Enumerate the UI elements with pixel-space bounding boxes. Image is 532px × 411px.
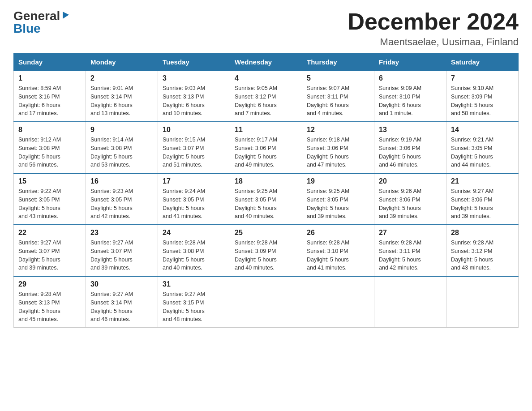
calendar-cell: 13Sunrise: 9:19 AMSunset: 3:06 PMDayligh… [374, 122, 446, 173]
calendar-cell: 16Sunrise: 9:23 AMSunset: 3:05 PMDayligh… [86, 173, 158, 225]
calendar-cell: 10Sunrise: 9:15 AMSunset: 3:07 PMDayligh… [158, 122, 230, 173]
day-info: Sunrise: 9:27 AMSunset: 3:06 PMDaylight:… [451, 187, 514, 221]
day-number: 21 [451, 177, 514, 185]
day-number: 30 [90, 280, 153, 288]
week-row-2: 8Sunrise: 9:12 AMSunset: 3:08 PMDaylight… [14, 122, 519, 173]
logo-arrow-icon [61, 10, 71, 20]
day-number: 8 [18, 126, 81, 134]
day-info: Sunrise: 9:22 AMSunset: 3:05 PMDaylight:… [18, 187, 81, 221]
day-number: 20 [379, 177, 442, 185]
day-info: Sunrise: 9:25 AMSunset: 3:05 PMDaylight:… [235, 187, 297, 221]
day-info: Sunrise: 9:25 AMSunset: 3:05 PMDaylight:… [307, 187, 369, 221]
calendar-cell: 29Sunrise: 9:28 AMSunset: 3:13 PMDayligh… [14, 276, 86, 328]
week-row-4: 22Sunrise: 9:27 AMSunset: 3:07 PMDayligh… [14, 225, 519, 276]
calendar-table: SundayMondayTuesdayWednesdayThursdayFrid… [13, 53, 519, 328]
calendar-cell: 7Sunrise: 9:10 AMSunset: 3:09 PMDaylight… [446, 71, 519, 122]
day-number: 17 [163, 177, 225, 185]
day-number: 13 [379, 126, 442, 134]
calendar-cell: 26Sunrise: 9:28 AMSunset: 3:10 PMDayligh… [302, 225, 374, 276]
day-info: Sunrise: 9:19 AMSunset: 3:06 PMDaylight:… [379, 136, 442, 169]
day-info: Sunrise: 9:14 AMSunset: 3:08 PMDaylight:… [90, 136, 153, 169]
day-info: Sunrise: 9:05 AMSunset: 3:12 PMDaylight:… [235, 84, 297, 118]
day-info: Sunrise: 9:28 AMSunset: 3:11 PMDaylight:… [379, 239, 442, 272]
logo-blue: Blue [13, 21, 41, 35]
week-row-3: 15Sunrise: 9:22 AMSunset: 3:05 PMDayligh… [14, 173, 519, 225]
calendar-cell [230, 276, 302, 328]
day-number: 16 [90, 177, 153, 185]
day-info: Sunrise: 8:59 AMSunset: 3:16 PMDaylight:… [18, 84, 81, 118]
location-subtitle: Maentsaelae, Uusimaa, Finland [348, 36, 519, 48]
header-row: SundayMondayTuesdayWednesdayThursdayFrid… [14, 54, 519, 71]
calendar-cell: 14Sunrise: 9:21 AMSunset: 3:05 PMDayligh… [446, 122, 519, 173]
week-row-5: 29Sunrise: 9:28 AMSunset: 3:13 PMDayligh… [14, 276, 519, 328]
calendar-cell: 1Sunrise: 8:59 AMSunset: 3:16 PMDaylight… [14, 71, 86, 122]
calendar-cell: 2Sunrise: 9:01 AMSunset: 3:14 PMDaylight… [86, 71, 158, 122]
day-number: 5 [307, 74, 369, 82]
calendar-cell: 28Sunrise: 9:28 AMSunset: 3:12 PMDayligh… [446, 225, 519, 276]
calendar-cell: 4Sunrise: 9:05 AMSunset: 3:12 PMDaylight… [230, 71, 302, 122]
day-number: 7 [451, 74, 514, 82]
day-number: 26 [307, 229, 369, 237]
day-number: 3 [163, 74, 225, 82]
day-info: Sunrise: 9:28 AMSunset: 3:13 PMDaylight:… [18, 290, 81, 324]
day-info: Sunrise: 9:26 AMSunset: 3:06 PMDaylight:… [379, 187, 442, 221]
calendar-cell: 20Sunrise: 9:26 AMSunset: 3:06 PMDayligh… [374, 173, 446, 225]
day-number: 12 [307, 126, 369, 134]
calendar-cell [302, 276, 374, 328]
day-info: Sunrise: 9:23 AMSunset: 3:05 PMDaylight:… [90, 187, 153, 221]
day-number: 1 [18, 74, 81, 82]
calendar-cell: 19Sunrise: 9:25 AMSunset: 3:05 PMDayligh… [302, 173, 374, 225]
calendar-cell: 9Sunrise: 9:14 AMSunset: 3:08 PMDaylight… [86, 122, 158, 173]
calendar-cell: 24Sunrise: 9:28 AMSunset: 3:08 PMDayligh… [158, 225, 230, 276]
day-number: 18 [235, 177, 297, 185]
month-title: December 2024 [348, 9, 519, 34]
calendar-cell: 23Sunrise: 9:27 AMSunset: 3:07 PMDayligh… [86, 225, 158, 276]
day-number: 9 [90, 126, 153, 134]
calendar-cell: 12Sunrise: 9:18 AMSunset: 3:06 PMDayligh… [302, 122, 374, 173]
col-header-friday: Friday [374, 54, 446, 71]
day-number: 29 [18, 280, 81, 288]
calendar-cell: 27Sunrise: 9:28 AMSunset: 3:11 PMDayligh… [374, 225, 446, 276]
calendar-cell: 8Sunrise: 9:12 AMSunset: 3:08 PMDaylight… [14, 122, 86, 173]
col-header-monday: Monday [86, 54, 158, 71]
col-header-thursday: Thursday [302, 54, 374, 71]
page-header: General Blue December 2024 Maentsaelae, … [13, 9, 519, 48]
day-number: 10 [163, 126, 225, 134]
day-number: 6 [379, 74, 442, 82]
day-info: Sunrise: 9:28 AMSunset: 3:09 PMDaylight:… [235, 239, 297, 272]
day-number: 19 [307, 177, 369, 185]
calendar-cell: 25Sunrise: 9:28 AMSunset: 3:09 PMDayligh… [230, 225, 302, 276]
day-info: Sunrise: 9:01 AMSunset: 3:14 PMDaylight:… [90, 84, 153, 118]
day-info: Sunrise: 9:28 AMSunset: 3:12 PMDaylight:… [451, 239, 514, 272]
calendar-cell: 11Sunrise: 9:17 AMSunset: 3:06 PMDayligh… [230, 122, 302, 173]
day-info: Sunrise: 9:21 AMSunset: 3:05 PMDaylight:… [451, 136, 514, 169]
calendar-cell: 31Sunrise: 9:27 AMSunset: 3:15 PMDayligh… [158, 276, 230, 328]
day-info: Sunrise: 9:28 AMSunset: 3:10 PMDaylight:… [307, 239, 369, 272]
day-info: Sunrise: 9:18 AMSunset: 3:06 PMDaylight:… [307, 136, 369, 169]
logo: General Blue [13, 9, 71, 36]
calendar-cell: 3Sunrise: 9:03 AMSunset: 3:13 PMDaylight… [158, 71, 230, 122]
day-number: 2 [90, 74, 153, 82]
day-info: Sunrise: 9:10 AMSunset: 3:09 PMDaylight:… [451, 84, 514, 118]
day-number: 23 [90, 229, 153, 237]
calendar-cell [374, 276, 446, 328]
calendar-cell: 18Sunrise: 9:25 AMSunset: 3:05 PMDayligh… [230, 173, 302, 225]
title-block: December 2024 Maentsaelae, Uusimaa, Finl… [348, 9, 519, 48]
calendar-cell: 6Sunrise: 9:09 AMSunset: 3:10 PMDaylight… [374, 71, 446, 122]
calendar-cell: 22Sunrise: 9:27 AMSunset: 3:07 PMDayligh… [14, 225, 86, 276]
calendar-cell [446, 276, 519, 328]
calendar-cell: 15Sunrise: 9:22 AMSunset: 3:05 PMDayligh… [14, 173, 86, 225]
day-number: 11 [235, 126, 297, 134]
day-info: Sunrise: 9:27 AMSunset: 3:07 PMDaylight:… [90, 239, 153, 272]
day-number: 27 [379, 229, 442, 237]
day-number: 15 [18, 177, 81, 185]
day-info: Sunrise: 9:28 AMSunset: 3:08 PMDaylight:… [163, 239, 225, 272]
day-number: 22 [18, 229, 81, 237]
col-header-tuesday: Tuesday [158, 54, 230, 71]
day-info: Sunrise: 9:07 AMSunset: 3:11 PMDaylight:… [307, 84, 369, 118]
day-number: 25 [235, 229, 297, 237]
day-info: Sunrise: 9:03 AMSunset: 3:13 PMDaylight:… [163, 84, 225, 118]
day-number: 28 [451, 229, 514, 237]
day-info: Sunrise: 9:27 AMSunset: 3:15 PMDaylight:… [163, 290, 225, 324]
day-number: 24 [163, 229, 225, 237]
